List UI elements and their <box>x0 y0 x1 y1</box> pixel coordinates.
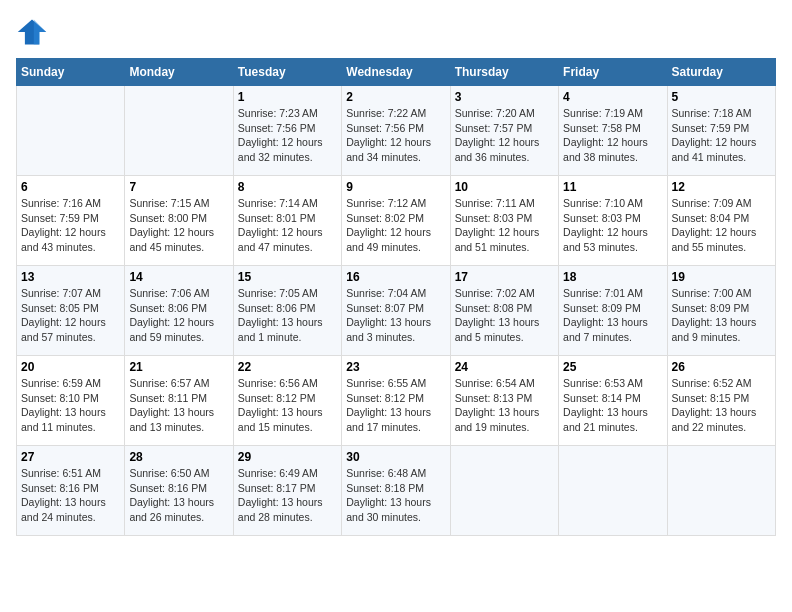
day-info: Sunrise: 7:19 AM Sunset: 7:58 PM Dayligh… <box>563 106 662 165</box>
header-day-tuesday: Tuesday <box>233 59 341 86</box>
day-info: Sunrise: 6:54 AM Sunset: 8:13 PM Dayligh… <box>455 376 554 435</box>
calendar-cell: 4Sunrise: 7:19 AM Sunset: 7:58 PM Daylig… <box>559 86 667 176</box>
calendar-cell: 12Sunrise: 7:09 AM Sunset: 8:04 PM Dayli… <box>667 176 775 266</box>
calendar-cell: 2Sunrise: 7:22 AM Sunset: 7:56 PM Daylig… <box>342 86 450 176</box>
day-info: Sunrise: 7:01 AM Sunset: 8:09 PM Dayligh… <box>563 286 662 345</box>
day-info: Sunrise: 7:04 AM Sunset: 8:07 PM Dayligh… <box>346 286 445 345</box>
calendar-week-5: 27Sunrise: 6:51 AM Sunset: 8:16 PM Dayli… <box>17 446 776 536</box>
day-number: 22 <box>238 360 337 374</box>
calendar-cell: 16Sunrise: 7:04 AM Sunset: 8:07 PM Dayli… <box>342 266 450 356</box>
day-info: Sunrise: 6:55 AM Sunset: 8:12 PM Dayligh… <box>346 376 445 435</box>
calendar-cell: 23Sunrise: 6:55 AM Sunset: 8:12 PM Dayli… <box>342 356 450 446</box>
day-info: Sunrise: 6:49 AM Sunset: 8:17 PM Dayligh… <box>238 466 337 525</box>
day-number: 20 <box>21 360 120 374</box>
day-number: 15 <box>238 270 337 284</box>
day-number: 4 <box>563 90 662 104</box>
day-number: 13 <box>21 270 120 284</box>
day-info: Sunrise: 7:06 AM Sunset: 8:06 PM Dayligh… <box>129 286 228 345</box>
calendar-cell: 28Sunrise: 6:50 AM Sunset: 8:16 PM Dayli… <box>125 446 233 536</box>
day-info: Sunrise: 6:53 AM Sunset: 8:14 PM Dayligh… <box>563 376 662 435</box>
day-info: Sunrise: 6:52 AM Sunset: 8:15 PM Dayligh… <box>672 376 771 435</box>
day-info: Sunrise: 7:07 AM Sunset: 8:05 PM Dayligh… <box>21 286 120 345</box>
calendar-cell: 9Sunrise: 7:12 AM Sunset: 8:02 PM Daylig… <box>342 176 450 266</box>
calendar-cell: 3Sunrise: 7:20 AM Sunset: 7:57 PM Daylig… <box>450 86 558 176</box>
header-day-thursday: Thursday <box>450 59 558 86</box>
day-number: 21 <box>129 360 228 374</box>
calendar-cell: 5Sunrise: 7:18 AM Sunset: 7:59 PM Daylig… <box>667 86 775 176</box>
day-number: 1 <box>238 90 337 104</box>
day-info: Sunrise: 6:59 AM Sunset: 8:10 PM Dayligh… <box>21 376 120 435</box>
day-number: 24 <box>455 360 554 374</box>
calendar-cell: 21Sunrise: 6:57 AM Sunset: 8:11 PM Dayli… <box>125 356 233 446</box>
calendar-cell: 27Sunrise: 6:51 AM Sunset: 8:16 PM Dayli… <box>17 446 125 536</box>
calendar-cell: 6Sunrise: 7:16 AM Sunset: 7:59 PM Daylig… <box>17 176 125 266</box>
logo <box>16 16 52 48</box>
day-number: 3 <box>455 90 554 104</box>
calendar-cell: 26Sunrise: 6:52 AM Sunset: 8:15 PM Dayli… <box>667 356 775 446</box>
day-info: Sunrise: 7:02 AM Sunset: 8:08 PM Dayligh… <box>455 286 554 345</box>
header-day-friday: Friday <box>559 59 667 86</box>
day-info: Sunrise: 7:11 AM Sunset: 8:03 PM Dayligh… <box>455 196 554 255</box>
day-number: 14 <box>129 270 228 284</box>
day-info: Sunrise: 7:12 AM Sunset: 8:02 PM Dayligh… <box>346 196 445 255</box>
page-header <box>16 16 776 48</box>
calendar-body: 1Sunrise: 7:23 AM Sunset: 7:56 PM Daylig… <box>17 86 776 536</box>
calendar-cell: 11Sunrise: 7:10 AM Sunset: 8:03 PM Dayli… <box>559 176 667 266</box>
svg-marker-1 <box>34 20 46 45</box>
day-number: 27 <box>21 450 120 464</box>
day-info: Sunrise: 7:22 AM Sunset: 7:56 PM Dayligh… <box>346 106 445 165</box>
header-day-saturday: Saturday <box>667 59 775 86</box>
calendar-cell: 1Sunrise: 7:23 AM Sunset: 7:56 PM Daylig… <box>233 86 341 176</box>
day-number: 12 <box>672 180 771 194</box>
day-info: Sunrise: 7:05 AM Sunset: 8:06 PM Dayligh… <box>238 286 337 345</box>
day-info: Sunrise: 6:48 AM Sunset: 8:18 PM Dayligh… <box>346 466 445 525</box>
day-info: Sunrise: 7:14 AM Sunset: 8:01 PM Dayligh… <box>238 196 337 255</box>
calendar-cell: 30Sunrise: 6:48 AM Sunset: 8:18 PM Dayli… <box>342 446 450 536</box>
day-number: 18 <box>563 270 662 284</box>
calendar-table: SundayMondayTuesdayWednesdayThursdayFrid… <box>16 58 776 536</box>
calendar-cell: 20Sunrise: 6:59 AM Sunset: 8:10 PM Dayli… <box>17 356 125 446</box>
day-number: 19 <box>672 270 771 284</box>
calendar-cell: 13Sunrise: 7:07 AM Sunset: 8:05 PM Dayli… <box>17 266 125 356</box>
day-number: 5 <box>672 90 771 104</box>
day-info: Sunrise: 6:57 AM Sunset: 8:11 PM Dayligh… <box>129 376 228 435</box>
day-info: Sunrise: 7:00 AM Sunset: 8:09 PM Dayligh… <box>672 286 771 345</box>
calendar-cell <box>450 446 558 536</box>
day-info: Sunrise: 6:51 AM Sunset: 8:16 PM Dayligh… <box>21 466 120 525</box>
calendar-cell: 17Sunrise: 7:02 AM Sunset: 8:08 PM Dayli… <box>450 266 558 356</box>
day-info: Sunrise: 7:16 AM Sunset: 7:59 PM Dayligh… <box>21 196 120 255</box>
header-day-wednesday: Wednesday <box>342 59 450 86</box>
calendar-cell: 22Sunrise: 6:56 AM Sunset: 8:12 PM Dayli… <box>233 356 341 446</box>
calendar-cell <box>667 446 775 536</box>
header-row: SundayMondayTuesdayWednesdayThursdayFrid… <box>17 59 776 86</box>
calendar-cell: 18Sunrise: 7:01 AM Sunset: 8:09 PM Dayli… <box>559 266 667 356</box>
logo-icon <box>16 16 48 48</box>
day-number: 9 <box>346 180 445 194</box>
calendar-cell: 14Sunrise: 7:06 AM Sunset: 8:06 PM Dayli… <box>125 266 233 356</box>
day-number: 16 <box>346 270 445 284</box>
day-number: 23 <box>346 360 445 374</box>
day-number: 10 <box>455 180 554 194</box>
calendar-week-4: 20Sunrise: 6:59 AM Sunset: 8:10 PM Dayli… <box>17 356 776 446</box>
day-info: Sunrise: 7:15 AM Sunset: 8:00 PM Dayligh… <box>129 196 228 255</box>
day-number: 29 <box>238 450 337 464</box>
day-number: 25 <box>563 360 662 374</box>
day-info: Sunrise: 6:56 AM Sunset: 8:12 PM Dayligh… <box>238 376 337 435</box>
calendar-cell: 10Sunrise: 7:11 AM Sunset: 8:03 PM Dayli… <box>450 176 558 266</box>
day-number: 30 <box>346 450 445 464</box>
header-day-sunday: Sunday <box>17 59 125 86</box>
day-number: 2 <box>346 90 445 104</box>
calendar-cell: 8Sunrise: 7:14 AM Sunset: 8:01 PM Daylig… <box>233 176 341 266</box>
day-number: 8 <box>238 180 337 194</box>
calendar-header: SundayMondayTuesdayWednesdayThursdayFrid… <box>17 59 776 86</box>
calendar-cell <box>125 86 233 176</box>
calendar-cell: 24Sunrise: 6:54 AM Sunset: 8:13 PM Dayli… <box>450 356 558 446</box>
day-number: 17 <box>455 270 554 284</box>
calendar-week-2: 6Sunrise: 7:16 AM Sunset: 7:59 PM Daylig… <box>17 176 776 266</box>
day-info: Sunrise: 6:50 AM Sunset: 8:16 PM Dayligh… <box>129 466 228 525</box>
day-number: 6 <box>21 180 120 194</box>
day-number: 7 <box>129 180 228 194</box>
calendar-cell: 25Sunrise: 6:53 AM Sunset: 8:14 PM Dayli… <box>559 356 667 446</box>
day-info: Sunrise: 7:18 AM Sunset: 7:59 PM Dayligh… <box>672 106 771 165</box>
day-number: 11 <box>563 180 662 194</box>
